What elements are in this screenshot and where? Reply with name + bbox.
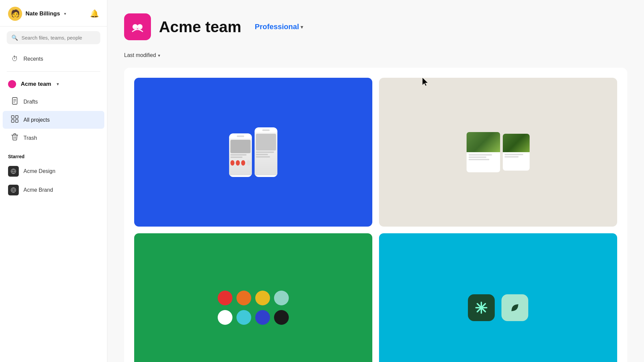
phone-text-3 — [256, 152, 274, 153]
phone-text-4 — [256, 154, 268, 155]
sidebar-item-drafts[interactable]: Drafts — [3, 93, 104, 111]
acme-brand-label: Acme Brand — [23, 187, 53, 193]
sort-chevron-icon: ▾ — [158, 53, 160, 58]
main-team-title: Acme team — [159, 18, 241, 36]
drafts-icon — [11, 97, 19, 106]
color-dot-orange — [236, 291, 251, 305]
trash-label: Trash — [23, 135, 37, 141]
svg-rect-4 — [11, 116, 14, 118]
recents-icon: ⏱ — [11, 55, 19, 63]
phone-1 — [229, 133, 252, 177]
starred-section: Starred Acme Design A — [0, 148, 107, 201]
professional-badge[interactable]: Professional ▾ — [255, 22, 303, 31]
sort-row[interactable]: Last modified ▾ — [124, 52, 627, 58]
svg-rect-6 — [11, 120, 14, 122]
team-dot-icon — [8, 80, 16, 88]
acme-design-icon — [8, 166, 19, 177]
sidebar-item-recents[interactable]: ⏱ Recents — [3, 51, 104, 67]
team-chevron-icon: ▾ — [57, 82, 59, 86]
phone-mockup — [229, 127, 277, 177]
search-input[interactable] — [21, 35, 96, 41]
sidebar-item-all-projects[interactable]: All projects — [3, 111, 104, 129]
phone-img-2 — [256, 134, 276, 150]
section-divider-1 — [7, 71, 100, 72]
all-projects-icon — [11, 115, 19, 124]
phone-screen-1 — [229, 138, 252, 175]
svg-point-16 — [133, 24, 137, 28]
color-dot-mint — [274, 291, 289, 305]
plant-card-1 — [467, 132, 500, 172]
project-card-plant-website[interactable] — [379, 78, 617, 227]
notification-bell-icon[interactable]: 🔔 — [90, 9, 99, 18]
color-row-1 — [218, 291, 289, 305]
avatar: 🧑 — [8, 7, 22, 21]
starred-item-acme-brand[interactable]: Acme Brand — [0, 181, 107, 199]
project-card-color-palette[interactable] — [134, 233, 372, 362]
projects-grid — [124, 68, 627, 362]
plant-text-area-2 — [503, 152, 530, 160]
starred-item-acme-design[interactable]: Acme Design — [0, 162, 107, 181]
search-box[interactable]: 🔍 — [7, 31, 100, 44]
color-dot-red — [218, 291, 232, 305]
team-name-label: Acme team — [21, 81, 51, 87]
phone-screen-2 — [255, 132, 277, 175]
starred-section-label: Starred — [0, 153, 107, 162]
phone-2 — [255, 127, 277, 177]
sidebar-header: 🧑 Nate Billings ▾ 🔔 — [0, 0, 107, 26]
team-section: Acme team ▾ Drafts — [0, 74, 107, 148]
phone-text-1 — [230, 154, 247, 156]
drafts-label: Drafts — [23, 99, 38, 105]
plant-card-2 — [503, 134, 530, 171]
logo-icon-leaf — [501, 294, 528, 321]
avatar-emoji: 🧑 — [11, 9, 20, 18]
phone-img-1 — [230, 140, 251, 153]
search-container: 🔍 — [0, 26, 107, 49]
sidebar-item-trash[interactable]: Trash — [3, 129, 104, 147]
phone-notch-2 — [262, 129, 270, 131]
user-chevron-icon: ▾ — [64, 11, 66, 16]
main-content: Acme team Professional ▾ Last modified ▾ — [107, 0, 644, 362]
phone-notch-1 — [237, 135, 244, 137]
user-info[interactable]: 🧑 Nate Billings ▾ — [8, 7, 66, 21]
team-logo — [124, 13, 151, 40]
svg-rect-5 — [15, 116, 18, 118]
plan-chevron-icon: ▾ — [301, 24, 303, 30]
search-icon: 🔍 — [11, 35, 18, 41]
acme-brand-icon — [8, 185, 19, 195]
plant-image-1 — [467, 132, 500, 152]
svg-point-17 — [138, 24, 142, 28]
color-row-2 — [218, 310, 289, 325]
trash-icon — [11, 133, 19, 142]
sort-label: Last modified — [124, 52, 156, 58]
svg-rect-7 — [15, 120, 18, 122]
professional-label: Professional — [255, 22, 299, 31]
project-card-logos[interactable] — [379, 233, 617, 362]
logo-icon-asterisk — [468, 294, 495, 321]
sidebar-item-team[interactable]: Acme team ▾ — [0, 76, 107, 93]
color-dot-black — [274, 310, 289, 325]
color-dot-yellow — [255, 291, 270, 305]
color-dot-cyan — [236, 310, 251, 325]
project-card-mobile-app[interactable] — [134, 78, 372, 227]
color-dot-blue — [255, 310, 270, 325]
recents-label: Recents — [23, 56, 43, 62]
user-name: Nate Billings — [25, 10, 60, 17]
plant-text-area-1 — [467, 152, 500, 163]
sidebar: 🧑 Nate Billings ▾ 🔔 🔍 ⏱ Recents Acme tea… — [0, 0, 107, 362]
phone-text-5 — [256, 156, 270, 158]
acme-design-label: Acme Design — [23, 168, 55, 174]
sidebar-nav: ⏱ Recents — [0, 49, 107, 69]
all-projects-label: All projects — [23, 117, 50, 123]
phone-text-2 — [230, 157, 243, 158]
color-dot-white — [218, 310, 232, 325]
team-header: Acme team Professional ▾ — [124, 13, 627, 40]
plant-image-2 — [503, 134, 530, 152]
